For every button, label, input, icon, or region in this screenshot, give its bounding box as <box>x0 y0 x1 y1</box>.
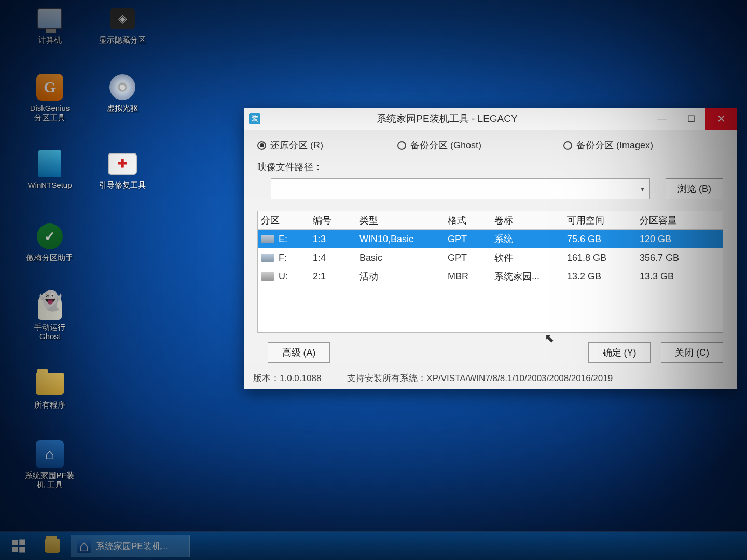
ok-button[interactable]: 确定 (Y) <box>588 342 651 363</box>
drive-icon <box>261 235 274 243</box>
cell-free: 75.6 GB <box>567 234 640 245</box>
desktop-icon-virtual-cd[interactable]: 虚拟光驱 <box>91 73 154 113</box>
radio-label: 备份分区 (Imagex) <box>576 139 653 151</box>
cell-free: 13.2 GB <box>567 271 640 282</box>
taskbar-item-label: 系统家园PE装机... <box>96 540 168 552</box>
image-path-combobox[interactable]: ▾ <box>271 178 650 199</box>
cell-format: MBR <box>448 271 494 282</box>
start-button[interactable] <box>3 534 34 558</box>
support-text: 支持安装所有系统：XP/VISTA/WIN7/8/8.1/10/2003/200… <box>347 372 613 384</box>
col-partition: 分区 <box>261 214 313 227</box>
boot-repair-icon <box>108 149 137 178</box>
ghost-icon <box>35 291 64 320</box>
windows-icon <box>11 538 26 554</box>
cell-drive: E: <box>261 234 313 245</box>
desktop-icon-pe-installer[interactable]: 系统家园PE装 机 工具 <box>19 440 81 489</box>
folder-icon <box>45 538 60 554</box>
col-number: 编号 <box>313 214 359 227</box>
statusbar: 版本：1.0.0.1088 支持安装所有系统：XP/VISTA/WIN7/8/8… <box>244 368 737 389</box>
desktop-icon-computer[interactable]: 计算机 <box>19 4 81 45</box>
browse-button[interactable]: 浏览 (B) <box>666 178 723 199</box>
desktop-icon-label: 引导修复工具 <box>91 180 154 190</box>
table-header: 分区 编号 类型 格式 卷标 可用空间 分区容量 <box>258 211 723 230</box>
col-capacity: 分区容量 <box>640 214 712 227</box>
svg-rect-2 <box>12 547 18 552</box>
computer-icon <box>35 4 64 33</box>
svg-rect-0 <box>12 540 18 545</box>
cd-icon <box>108 73 137 102</box>
pe-installer-dialog: 装 系统家园PE装机工具 - LEGACY — ☐ ✕ 还原分区 (R) 备份分… <box>244 108 737 389</box>
cell-drive: U: <box>261 271 313 282</box>
col-format: 格式 <box>448 214 494 227</box>
cell-free: 161.8 GB <box>567 253 640 263</box>
radio-label: 还原分区 (R) <box>270 139 323 151</box>
desktop-icon-label: 系统家园PE装 机 工具 <box>19 471 81 489</box>
pe-installer-icon <box>35 440 64 469</box>
radio-label: 备份分区 (Ghost) <box>410 139 481 151</box>
cell-capacity: 356.7 GB <box>640 253 712 263</box>
drive-icon <box>261 254 274 262</box>
drive-icon <box>261 272 274 281</box>
cell-label: 系统家园... <box>494 270 567 283</box>
radio-icon <box>563 141 572 150</box>
winntsetup-icon <box>35 149 64 178</box>
cell-number: 1:3 <box>313 234 359 245</box>
cell-capacity: 13.3 GB <box>640 271 712 282</box>
taskbar-file-explorer[interactable] <box>39 535 65 557</box>
version-text: 版本：1.0.0.1088 <box>253 372 321 384</box>
radio-icon <box>397 141 406 150</box>
radio-backup-imagex[interactable]: 备份分区 (Imagex) <box>563 139 653 151</box>
desktop-icon-label: 虚拟光驱 <box>91 104 154 113</box>
desktop-icon-aomei[interactable]: 傲梅分区助手 <box>19 222 81 262</box>
desktop-icon-label: 计算机 <box>19 35 81 45</box>
table-row[interactable]: F:1:4BasicGPT软件161.8 GB356.7 GB <box>258 248 723 267</box>
desktop-icon-label: WinNTSetup <box>19 180 81 190</box>
cell-drive: F: <box>261 253 313 263</box>
app-icon: 装 <box>249 113 260 124</box>
cell-number: 1:4 <box>313 253 359 263</box>
cell-type: WIN10,Basic <box>359 234 448 245</box>
radio-restore-partition[interactable]: 还原分区 (R) <box>257 139 392 151</box>
table-row[interactable]: U:2:1活动MBR系统家园...13.2 GB13.3 GB <box>258 267 723 286</box>
desktop-icon-winntsetup[interactable]: WinNTSetup <box>19 149 81 190</box>
desktop-icon-all-programs[interactable]: 所有程序 <box>19 369 81 410</box>
desktop-icon-label: 所有程序 <box>19 400 81 410</box>
cell-capacity: 120 GB <box>640 234 712 245</box>
table-row[interactable]: E:1:3WIN10,BasicGPT系统75.6 GB120 GB <box>258 230 723 248</box>
taskbar: 系统家园PE装机... <box>0 532 747 560</box>
maximize-button[interactable]: ☐ <box>676 108 706 130</box>
col-free: 可用空间 <box>567 214 640 227</box>
cell-type: Basic <box>359 253 448 263</box>
aomei-icon <box>35 222 64 251</box>
pe-installer-icon <box>76 538 92 554</box>
desktop-icon-diskgenius[interactable]: G DiskGenius 分区工具 <box>19 73 81 122</box>
radio-icon <box>257 141 266 150</box>
image-path-label: 映像文件路径： <box>257 161 323 173</box>
col-type: 类型 <box>359 214 448 227</box>
cell-format: GPT <box>448 234 494 245</box>
col-label: 卷标 <box>494 214 567 227</box>
minimize-button[interactable]: — <box>647 108 676 130</box>
desktop-icon-label: 显示隐藏分区 <box>91 35 154 45</box>
partition-table: 分区 编号 类型 格式 卷标 可用空间 分区容量 E:1:3WIN10,Basi… <box>257 211 723 333</box>
cell-label: 软件 <box>494 251 567 264</box>
cell-format: GPT <box>448 253 494 263</box>
taskbar-item-pe-installer[interactable]: 系统家园PE装机... <box>71 535 190 557</box>
cell-number: 2:1 <box>313 271 359 282</box>
desktop-icon-boot-repair[interactable]: 引导修复工具 <box>91 149 154 190</box>
close-dialog-button[interactable]: 关闭 (C) <box>661 342 723 363</box>
desktop-icon-label: 手动运行 Ghost <box>19 323 81 341</box>
diskgenius-icon: G <box>35 73 64 102</box>
desktop-icon-ghost[interactable]: 手动运行 Ghost <box>19 291 81 341</box>
advanced-button[interactable]: 高级 (A) <box>268 342 330 363</box>
titlebar[interactable]: 装 系统家园PE装机工具 - LEGACY — ☐ ✕ <box>244 108 737 130</box>
window-title: 系统家园PE装机工具 - LEGACY <box>268 112 647 125</box>
close-button[interactable]: ✕ <box>706 108 737 130</box>
cell-type: 活动 <box>359 270 448 283</box>
cell-label: 系统 <box>494 233 567 245</box>
desktop-icon-show-hidden-partition[interactable]: ◈ 显示隐藏分区 <box>91 4 154 45</box>
mode-radio-group: 还原分区 (R) 备份分区 (Ghost) 备份分区 (Imagex) <box>257 139 723 151</box>
svg-rect-3 <box>19 547 25 552</box>
radio-backup-ghost[interactable]: 备份分区 (Ghost) <box>397 139 558 151</box>
desktop-icon-label: DiskGenius 分区工具 <box>19 104 81 122</box>
